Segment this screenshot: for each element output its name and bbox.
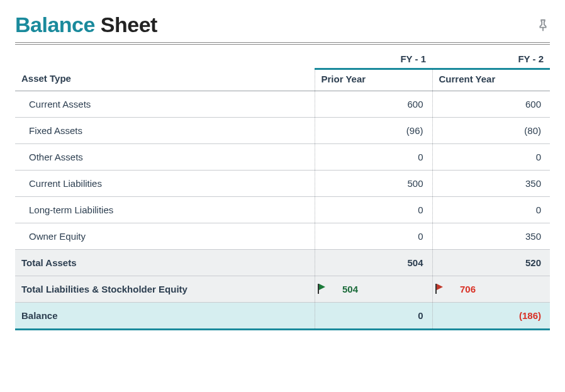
row-prior-value: 0 [336,144,432,171]
row-current-value: 600 [454,91,550,118]
total-assets-prior: 504 [336,250,432,276]
balance-prior: 0 [336,303,432,330]
title-plain: Sheet [101,13,157,36]
table-row: Current Assets600600 [15,91,550,118]
total-assets-label: Total Assets [15,250,315,276]
row-current-value: 0 [454,144,550,171]
pin-icon[interactable] [536,18,550,32]
tlse-label: Total Liabilities & Stockholder Equity [15,276,315,303]
tlse-prior: 504 [336,276,432,303]
row-current-value: 350 [454,171,550,197]
total-assets-row: Total Assets 504 520 [15,250,550,276]
row-prior-value: 600 [336,91,432,118]
table-row: Fixed Assets(96)(80) [15,118,550,144]
row-current-value: 0 [454,197,550,223]
table-row: Current Liabilities500350 [15,171,550,197]
fy2-header: FY - 2 [432,45,550,69]
row-prior-value: 500 [336,171,432,197]
fiscal-year-row: FY - 1 FY - 2 [15,45,550,69]
balance-row: Balance 0 (186) [15,303,550,330]
row-label: Long-term Liabilities [15,197,315,223]
row-prior-value: (96) [336,118,432,144]
row-label: Owner Equity [15,223,315,250]
title-accent: Balance [15,13,95,36]
row-prior-value: 0 [336,223,432,250]
current-year-header: Current Year [432,69,550,91]
row-label: Current Assets [15,91,315,118]
flag-icon [435,284,445,293]
tlse-current: 706 [454,276,550,303]
page-title: Balance Sheet [15,13,157,37]
total-liabilities-equity-row: Total Liabilities & Stockholder Equity 5… [15,276,550,303]
table-row: Owner Equity0350 [15,223,550,250]
header-bar: Balance Sheet [15,13,550,45]
asset-type-header: Asset Type [15,69,315,91]
balance-current: (186) [454,303,550,330]
row-current-value: 350 [454,223,550,250]
prior-year-header: Prior Year [315,69,432,91]
row-label: Other Assets [15,144,315,171]
total-assets-current: 520 [454,250,550,276]
table-row: Other Assets00 [15,144,550,171]
balance-label: Balance [15,303,315,330]
row-label: Fixed Assets [15,118,315,144]
flag-icon [318,284,328,293]
row-label: Current Liabilities [15,171,315,197]
table-row: Long-term Liabilities00 [15,197,550,223]
row-prior-value: 0 [336,197,432,223]
column-header-row: Asset Type Prior Year Current Year [15,69,550,91]
row-current-value: (80) [454,118,550,144]
fy1-header: FY - 1 [315,45,432,69]
balance-sheet-table: FY - 1 FY - 2 Asset Type Prior Year Curr… [15,45,550,330]
